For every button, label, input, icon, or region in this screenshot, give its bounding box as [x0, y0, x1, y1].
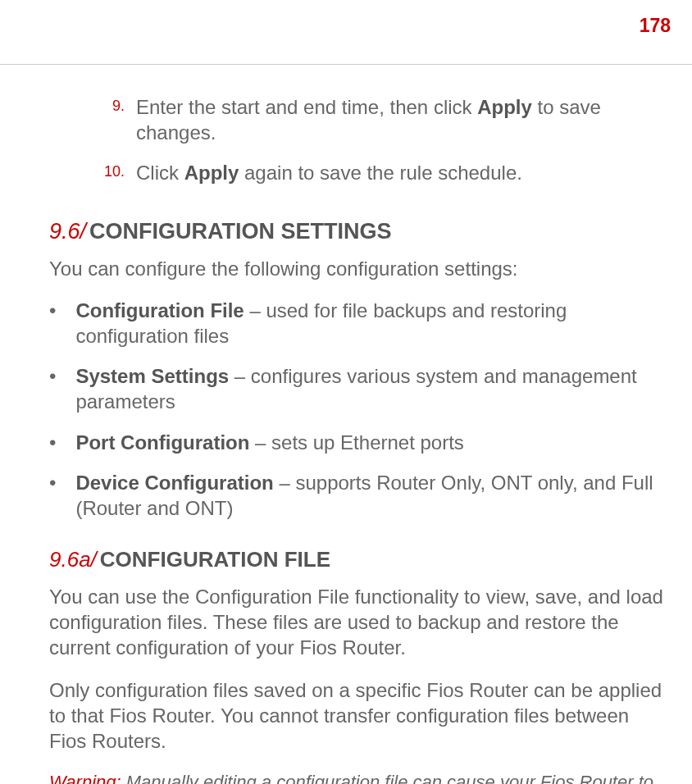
- bold-text: Port Configuration: [75, 431, 249, 454]
- text-part: – sets up Ethernet ports: [249, 431, 463, 454]
- text-part: again to save the rule schedule.: [239, 162, 522, 184]
- section-number: 9.6a/: [49, 547, 97, 572]
- warning-text: Warning: Manually editing a configuratio…: [49, 770, 666, 784]
- bullet-marker: •: [49, 470, 56, 521]
- section-heading-9-6a: 9.6a/CONFIGURATION FILE: [49, 547, 666, 572]
- list-text: Device Configuration – supports Router O…: [75, 470, 666, 521]
- step-text: Click Apply again to save the rule sched…: [136, 160, 522, 185]
- paragraph: You can use the Configuration File funct…: [49, 584, 666, 661]
- step-9: 9. Enter the start and end time, then cl…: [49, 94, 666, 145]
- section-number: 9.6/: [49, 219, 86, 244]
- page-content: 9. Enter the start and end time, then cl…: [0, 0, 692, 784]
- bold-text: System Settings: [75, 365, 229, 387]
- bold-text: Configuration File: [75, 299, 244, 321]
- text-part: Click: [136, 162, 184, 184]
- step-number: 9.: [98, 94, 125, 145]
- bold-text: Device Configuration: [75, 472, 273, 494]
- text-part: Enter the start and end time, then click: [136, 96, 477, 118]
- section-heading-9-6: 9.6/CONFIGURATION SETTINGS: [49, 219, 666, 244]
- list-item: • Port Configuration – sets up Ethernet …: [49, 430, 666, 455]
- section-title: CONFIGURATION FILE: [100, 547, 330, 572]
- warning-body: Manually editing a configuration file ca…: [49, 772, 653, 784]
- bullet-marker: •: [49, 298, 56, 349]
- list-item: • Configuration File – used for file bac…: [49, 298, 666, 349]
- bold-text: Apply: [477, 96, 532, 118]
- bullet-list: • Configuration File – used for file bac…: [49, 298, 666, 521]
- section-intro: You can configure the following configur…: [49, 256, 666, 281]
- bold-text: Apply: [184, 162, 239, 184]
- list-item: • Device Configuration – supports Router…: [49, 470, 666, 521]
- page-number: 178: [640, 15, 671, 37]
- bullet-marker: •: [49, 430, 56, 455]
- step-text: Enter the start and end time, then click…: [136, 94, 666, 145]
- bullet-marker: •: [49, 363, 56, 414]
- step-10: 10. Click Apply again to save the rule s…: [49, 160, 666, 185]
- step-number: 10.: [98, 160, 125, 185]
- list-text: Port Configuration – sets up Ethernet po…: [75, 430, 463, 455]
- horizontal-rule: [0, 64, 692, 65]
- warning-label: Warning:: [49, 772, 121, 784]
- list-text: System Settings – configures various sys…: [75, 363, 666, 414]
- list-item: • System Settings – configures various s…: [49, 363, 666, 414]
- paragraph: Only configuration files saved on a spec…: [49, 677, 666, 754]
- list-text: Configuration File – used for file backu…: [75, 298, 666, 349]
- section-title: CONFIGURATION SETTINGS: [89, 219, 392, 244]
